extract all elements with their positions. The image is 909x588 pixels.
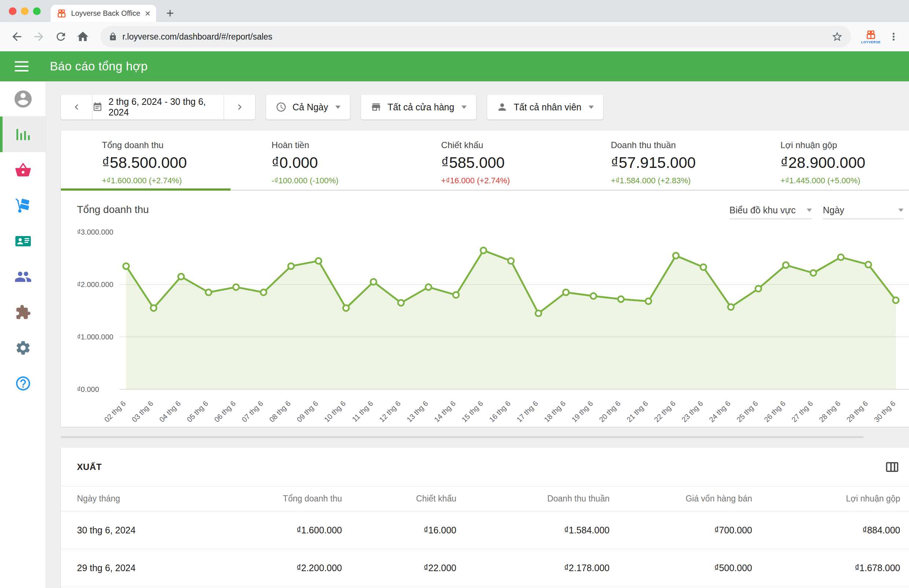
table-cell: ₫884.000 <box>752 525 900 536</box>
revenue-chart-card: Tổng doanh thu Biểu đồ khu vực Ngày ₫0.0… <box>61 191 909 427</box>
svg-text:09 thg 6: 09 thg 6 <box>295 399 320 424</box>
metric-tab-net-sales[interactable]: Doanh thu thuần ₫57.915.000 +₫1.584.000 … <box>570 131 739 189</box>
browser-tab-strip: Loyverse Back Office ✕ <box>0 0 909 22</box>
column-header: Lợi nhuận gộp <box>752 494 900 504</box>
column-header: Tổng doanh thu <box>216 494 342 504</box>
svg-text:22 thg 6: 22 thg 6 <box>652 399 677 424</box>
table-cell: ₫22.000 <box>342 563 456 573</box>
svg-text:26 thg 6: 26 thg 6 <box>762 399 787 424</box>
sidebar-item-help[interactable] <box>0 365 46 401</box>
chart-interval-select[interactable]: Ngày <box>823 202 904 219</box>
browser-tab[interactable]: Loyverse Back Office ✕ <box>50 5 156 22</box>
metric-tab-gross-sales[interactable]: Tổng doanh thu ₫58.500.000 +₫1.600.000 (… <box>61 131 231 189</box>
page-title: Báo cáo tổng hợp <box>50 60 148 73</box>
svg-text:16 thg 6: 16 thg 6 <box>488 399 512 424</box>
forward-button[interactable] <box>29 27 48 46</box>
back-button[interactable] <box>7 27 26 46</box>
metric-tab-discounts[interactable]: Chiết khấu ₫585.000 +₫16.000 (+2.74%) <box>400 131 570 189</box>
browser-menu-icon[interactable] <box>886 27 902 46</box>
account-circle-icon <box>13 89 33 109</box>
revenue-area-chart: ₫0.000₫1.000.000₫2.000.000₫3.000.00002 t… <box>61 221 909 426</box>
chart-interval-value: Ngày <box>823 205 844 216</box>
table-cell: ₫2.178.000 <box>456 563 610 573</box>
column-header: Chiết khấu <box>342 494 456 504</box>
column-header: Giá vốn hàng bán <box>610 494 752 504</box>
chevron-down-icon <box>462 106 467 109</box>
chart-type-value: Biểu đồ khu vực <box>730 205 796 216</box>
metric-tab-refunds[interactable]: Hoàn tiền ₫0.000 -₫100.000 (-100%) <box>231 131 400 189</box>
metric-tab-gross-profit[interactable]: Lợi nhuận gộp ₫28.900.000 +₫1.445.000 (+… <box>739 131 909 189</box>
bar-chart-icon <box>15 126 32 143</box>
metric-value: ₫585.000 <box>441 154 570 171</box>
store-filter-label: Tất cả cửa hàng <box>387 102 454 113</box>
svg-text:23 thg 6: 23 thg 6 <box>680 399 704 424</box>
metric-delta: +₫16.000 (+2.74%) <box>441 176 570 186</box>
tab-title: Loyverse Back Office <box>71 9 140 18</box>
metric-delta: +₫1.600.000 (+2.74%) <box>102 176 231 186</box>
browser-toolbar: r.loyverse.com/dashboard/#/report/sales … <box>0 22 909 51</box>
reload-button[interactable] <box>51 27 70 46</box>
sidebar-item-account[interactable] <box>0 81 46 116</box>
basket-icon <box>15 162 32 179</box>
sidebar-item-settings[interactable] <box>0 330 46 365</box>
tab-close-icon[interactable]: ✕ <box>145 9 151 18</box>
svg-text:07 thg 6: 07 thg 6 <box>240 399 265 424</box>
time-filter-button[interactable]: Cả Ngày <box>266 95 350 120</box>
loyverse-extension-icon[interactable]: LOYVERSE <box>859 29 883 44</box>
horizontal-scrollbar[interactable] <box>61 436 864 438</box>
home-button[interactable] <box>73 27 92 46</box>
columns-settings-icon[interactable] <box>885 460 899 474</box>
metric-value: ₫0.000 <box>271 154 400 171</box>
metric-label: Lợi nhuận gộp <box>780 140 909 150</box>
metric-delta: +₫1.584.000 (+2.83%) <box>610 176 739 186</box>
menu-hamburger-icon[interactable] <box>15 61 29 71</box>
address-bar[interactable]: r.loyverse.com/dashboard/#/report/sales <box>100 26 851 47</box>
table-cell: ₫700.000 <box>610 525 752 536</box>
svg-text:₫3.000.000: ₫3.000.000 <box>77 228 113 236</box>
svg-text:₫1.000.000: ₫1.000.000 <box>77 333 113 341</box>
table-row: 30 thg 6, 2024 ₫1.600.000 ₫16.000 ₫1.584… <box>61 511 909 549</box>
date-range-button[interactable]: 2 thg 6, 2024 - 30 thg 6, 2024 <box>92 95 224 120</box>
sidebar-item-reports[interactable] <box>0 116 46 152</box>
metric-delta: -₫100.000 (-100%) <box>271 176 400 186</box>
store-filter-button[interactable]: Tất cả cửa hàng <box>361 95 476 120</box>
sidebar-item-inventory[interactable] <box>0 188 46 223</box>
person-icon <box>497 102 508 113</box>
store-icon <box>371 102 381 113</box>
table-header-row: Ngày tháng Tổng doanh thu Chiết khấu Doa… <box>61 486 909 511</box>
chevron-down-icon <box>589 106 594 109</box>
new-tab-button[interactable] <box>163 6 178 21</box>
svg-text:₫0.000: ₫0.000 <box>77 385 99 393</box>
close-window-button[interactable] <box>9 7 16 15</box>
zoom-window-button[interactable] <box>33 7 41 15</box>
gear-icon <box>15 339 32 356</box>
sidebar-item-items[interactable] <box>0 152 46 188</box>
table-cell: ₫16.000 <box>342 525 456 536</box>
puzzle-icon <box>15 304 31 320</box>
chart-type-select[interactable]: Biểu đồ khu vực <box>730 202 812 219</box>
next-period-button[interactable] <box>224 95 255 120</box>
employee-filter-button[interactable]: Tất cả nhân viên <box>487 95 603 120</box>
previous-period-button[interactable] <box>61 95 92 120</box>
svg-text:04 thg 6: 04 thg 6 <box>158 399 182 424</box>
column-header: Doanh thu thuần <box>456 494 610 504</box>
metric-label: Doanh thu thuần <box>610 140 739 150</box>
table-cell: ₫2.200.000 <box>216 563 342 573</box>
sidebar-item-integrations[interactable] <box>0 294 46 330</box>
svg-text:18 thg 6: 18 thg 6 <box>542 399 567 424</box>
bookmark-star-icon[interactable] <box>831 31 843 42</box>
minimize-window-button[interactable] <box>21 7 29 15</box>
help-icon <box>15 375 32 392</box>
sidebar-item-customers[interactable] <box>0 223 46 259</box>
svg-text:21 thg 6: 21 thg 6 <box>625 399 649 424</box>
svg-text:20 thg 6: 20 thg 6 <box>597 399 622 424</box>
svg-text:03 thg 6: 03 thg 6 <box>130 399 155 424</box>
svg-text:14 thg 6: 14 thg 6 <box>433 399 457 424</box>
sidebar-nav <box>0 81 46 588</box>
svg-text:19 thg 6: 19 thg 6 <box>570 399 594 424</box>
people-icon <box>14 268 32 286</box>
svg-text:12 thg 6: 12 thg 6 <box>378 399 402 424</box>
export-button[interactable]: XUẤT <box>77 462 102 472</box>
sidebar-item-employees[interactable] <box>0 259 46 294</box>
table-cell: 29 thg 6, 2024 <box>77 563 216 573</box>
